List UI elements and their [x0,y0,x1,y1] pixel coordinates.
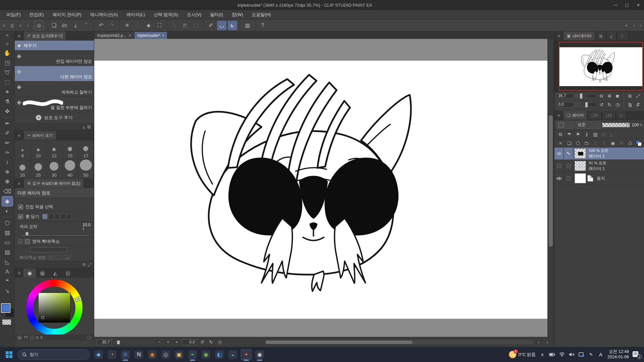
layer-pick-empty[interactable] [567,164,571,168]
fill-button[interactable]: ◈ [144,21,153,30]
add-sub-tool-button[interactable]: + 보조 도구 추가 [15,112,94,123]
new-vector-layer-button[interactable]: ⬡ [574,139,582,147]
dock-collapse-control-right[interactable]: ‹ [630,23,637,28]
adjacent-pixels-option[interactable]: 인접 픽셀 선택 [15,202,94,212]
close-gap-option[interactable]: 틈 닫기 [15,212,94,222]
delete-layer-button[interactable]: ♺ [626,139,634,147]
nav-zoom-in-button[interactable]: ⊕ [605,92,613,100]
sv-marker[interactable] [41,316,44,319]
tab-color-wheel[interactable]: ◉ [23,268,36,278]
brush-size-cell[interactable]: 15 [62,140,78,160]
tab-layer-property[interactable]: ❏⚙ [587,111,602,120]
menu-item[interactable]: 레이어(L) [122,10,149,19]
layer-row[interactable]: 용지 [554,172,644,185]
app-paint3d[interactable]: ◆ [93,349,104,360]
layer-visibility-eye-icon[interactable] [556,177,562,180]
tool-marquee[interactable]: ⬚ [2,77,13,87]
brush-size-tab[interactable]: ✑ 브러시 크기 [23,131,56,140]
tool-eyedropper[interactable]: ⚗ [2,97,13,107]
dock-collapse-control[interactable]: « [0,23,8,28]
canvas-page[interactable] [94,61,547,319]
tool-eraser[interactable]: ⌫ [2,187,13,196]
area-scaling-input[interactable] [30,247,67,252]
menu-item[interactable]: 표시(V) [182,10,206,19]
brush-size-cell[interactable]: 17 [78,140,94,160]
straight-line-toggle[interactable]: ╲ [170,21,179,30]
zoom-slider[interactable] [114,342,154,343]
display-color-icon[interactable]: ▦ [17,336,22,340]
create-mask-button[interactable]: ◉ [609,139,617,147]
tab-item-bank[interactable]: ◭ [606,32,617,40]
scale-rotate-button[interactable]: ⛶ [155,21,164,30]
tool-zoom[interactable]: ⌕ [2,39,13,48]
saturation-value-square[interactable] [39,293,70,322]
tool-move[interactable]: ✥ [2,107,13,116]
menu-item[interactable]: 필터(I) [206,10,227,19]
nav-rotate-right-button[interactable]: ↻ [605,101,613,108]
tab-layer-comp[interactable]: ◎ [616,111,627,120]
app-notion[interactable]: N [133,349,145,360]
sub-tool-menu-icon[interactable]: ≡ [15,32,23,40]
layer-row[interactable]: 41 % 표준 레이어 1 [554,160,644,172]
tool-airbrush[interactable]: ✵ [2,167,13,177]
sub-tool-item[interactable]: ◈ 편집 레이어만 참조 [15,51,94,66]
undo-button[interactable]: ↶ [97,21,106,30]
tab-layer[interactable]: ❏ 레이어 [563,111,587,120]
transparent-color-chip[interactable] [2,319,11,325]
menu-item[interactable]: 도움말(H) [248,10,275,19]
merge-to-lower-button[interactable]: ⇓ [600,139,608,147]
layer-thumbnail[interactable] [575,148,586,159]
dock-collapse-control[interactable]: « [16,23,24,28]
brush-size-cell[interactable]: 20 [15,160,31,179]
navigator-view-rectangle[interactable] [559,42,643,91]
app-edge[interactable]: ◒ [227,349,238,360]
zoom-value-field[interactable]: 35.7 [97,339,112,345]
app-vscode[interactable]: ◧ [214,349,225,360]
sub-tool-item[interactable]: ◈ 덜 칠한 부분에 칠하기 [15,97,94,112]
new-raster-layer-button[interactable]: ❏ [565,139,573,147]
tab-close-icon[interactable]: × [129,33,131,38]
brush-size-cell[interactable]: 25 [31,160,46,179]
tablet-display-icon[interactable] [578,352,584,358]
selection-launcher-toggle[interactable]: ▢ [191,21,201,30]
open-file-button[interactable]: 🗁 [60,21,69,30]
nav-flip-horizontal-button[interactable]: ⧎ [626,101,634,108]
tool-nib-pen[interactable]: ✑ [2,148,13,158]
brush-size-cell[interactable]: 50 [78,160,94,179]
tool-pen[interactable]: ✒ [2,119,13,128]
expand-tool-property-icon[interactable]: ⤢ [88,262,91,267]
vertical-scrollbar-thumb[interactable] [549,115,553,247]
close-gap-level-selector[interactable] [42,214,72,219]
nav-fit-to-screen-button[interactable]: ◙ [613,92,622,100]
menu-item[interactable]: 창(W) [227,10,248,19]
tool-fill[interactable]: ◈ [2,196,13,206]
main-color-swatch[interactable] [2,304,10,312]
app-settings[interactable]: ⚙ [120,349,131,360]
app-plant[interactable]: ❧ [187,349,198,360]
horizontal-scrollbar[interactable] [265,340,533,344]
nav-actual-size-button[interactable]: ⤢ [634,92,642,100]
tool-lasso[interactable]: ➰ [2,68,13,77]
color-history-icon[interactable]: ◔ [87,336,91,340]
ime-korean-icon[interactable]: A [598,352,604,358]
layer-color-button[interactable]: ˇ [635,139,642,147]
tool-ruler[interactable]: ◺ [2,257,13,267]
deselect-button[interactable]: ✳ [122,21,132,30]
brush-size-cell[interactable]: 8 [15,140,31,160]
dock-collapse-control-right[interactable]: › [637,23,644,28]
sub-tool-item[interactable]: ◈ 다른 레이어 참조 [15,66,94,81]
tool-property-menu-icon[interactable]: ≡ [15,179,23,188]
taskbar-clock[interactable]: 오전 12:49 2024-01-06 [607,349,629,360]
dock-collapse-control-right[interactable]: « [623,23,630,28]
document-tab[interactable]: tripletrouble* ● [135,32,167,39]
hue-marker[interactable] [75,297,81,302]
tool-blend[interactable]: ◐ [2,206,13,216]
tool-marker[interactable]: ✐ [2,128,13,138]
layer-panel-menu-icon[interactable]: ≡ [554,111,563,120]
color-margin-value[interactable]: 10.0 ▲▼ [83,223,91,231]
maximize-button[interactable]: ▢ [621,0,633,10]
horizontal-scrollbar-thumb[interactable] [265,341,413,344]
save-dropdown[interactable]: ˇ [82,21,91,30]
snap-to-grid-toggle[interactable]: ⊾ [228,21,237,30]
tray-chevron-icon[interactable]: ∧ [539,352,545,358]
